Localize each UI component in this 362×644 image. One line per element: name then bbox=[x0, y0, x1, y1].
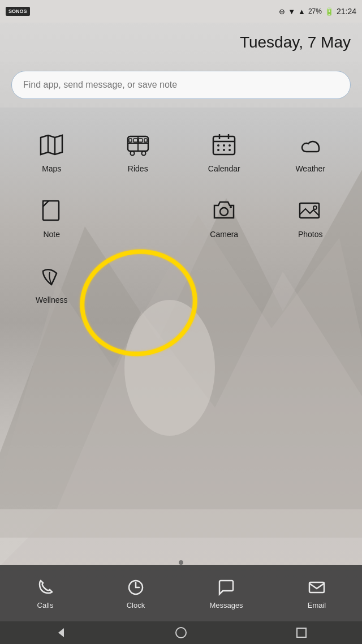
svg-point-22 bbox=[217, 149, 219, 151]
back-button[interactable] bbox=[52, 624, 69, 641]
app-row-1: Maps Rides bbox=[11, 124, 351, 179]
messages-icon bbox=[216, 577, 236, 598]
email-icon bbox=[307, 577, 327, 598]
search-bar[interactable] bbox=[11, 71, 351, 99]
weather-label: Weather bbox=[295, 164, 325, 173]
app-photos[interactable]: Photos bbox=[270, 190, 351, 244]
note-icon bbox=[37, 196, 66, 225]
wifi-icon: ▼ bbox=[288, 7, 295, 16]
sonos-icon: SONOS bbox=[6, 7, 30, 16]
search-input[interactable] bbox=[23, 80, 339, 90]
svg-rect-12 bbox=[139, 139, 143, 142]
battery-icon: 🔋 bbox=[325, 7, 334, 16]
calls-label: Calls bbox=[37, 601, 54, 609]
svg-point-24 bbox=[229, 149, 231, 151]
home-button[interactable] bbox=[173, 624, 189, 641]
nav-calls[interactable]: Calls bbox=[0, 572, 90, 615]
wellness-label: Wellness bbox=[36, 295, 68, 304]
app-maps[interactable]: Maps bbox=[11, 124, 92, 179]
status-left: SONOS bbox=[6, 7, 30, 16]
app-calendar[interactable]: Calendar bbox=[184, 124, 265, 179]
photos-icon bbox=[296, 196, 325, 225]
svg-rect-13 bbox=[129, 139, 132, 142]
page-indicator bbox=[179, 560, 183, 565]
app-slot-empty bbox=[98, 190, 179, 244]
svg-point-20 bbox=[223, 144, 225, 147]
bottom-nav: Calls Clock Messages Email bbox=[0, 565, 362, 621]
status-bar: SONOS ⊖ ▼ ▲ 27% 🔋 21:24 bbox=[0, 0, 362, 23]
wellness-icon bbox=[37, 261, 66, 291]
svg-point-27 bbox=[230, 206, 232, 208]
svg-point-21 bbox=[229, 144, 231, 147]
maps-icon bbox=[37, 130, 66, 160]
svg-point-26 bbox=[220, 208, 228, 216]
app-grid-area: Maps Rides bbox=[0, 108, 362, 310]
app-row-2: Note Camera bbox=[11, 190, 351, 244]
photos-label: Photos bbox=[298, 230, 323, 239]
nav-messages[interactable]: Messages bbox=[181, 572, 272, 615]
calendar-label: Calendar bbox=[208, 164, 240, 173]
messages-label: Messages bbox=[209, 601, 243, 609]
app-camera[interactable]: Camera bbox=[184, 190, 265, 244]
app-row-3: Wellness bbox=[11, 256, 351, 310]
rides-icon bbox=[123, 130, 153, 160]
email-label: Email bbox=[308, 601, 326, 609]
date-bar: Tuesday, 7 May bbox=[0, 23, 362, 62]
svg-rect-14 bbox=[144, 139, 147, 142]
phone-icon bbox=[35, 577, 55, 598]
app-note[interactable]: Note bbox=[11, 190, 92, 244]
svg-point-23 bbox=[223, 149, 225, 151]
svg-point-37 bbox=[176, 628, 186, 638]
clock-icon bbox=[126, 577, 146, 598]
app-rides[interactable]: Rides bbox=[98, 124, 179, 179]
svg-rect-11 bbox=[133, 139, 137, 142]
nav-email[interactable]: Email bbox=[272, 572, 362, 615]
svg-marker-36 bbox=[58, 628, 64, 637]
svg-point-9 bbox=[130, 152, 134, 156]
battery-level: 27% bbox=[308, 7, 322, 15]
maps-label: Maps bbox=[42, 164, 61, 173]
clock-display: 21:24 bbox=[337, 7, 356, 16]
recents-button[interactable] bbox=[293, 624, 310, 641]
svg-rect-38 bbox=[297, 628, 306, 637]
nav-clock[interactable]: Clock bbox=[90, 572, 181, 615]
svg-point-3 bbox=[124, 300, 215, 436]
rides-label: Rides bbox=[128, 164, 148, 173]
camera-label: Camera bbox=[210, 230, 238, 239]
svg-point-19 bbox=[217, 144, 219, 147]
svg-rect-35 bbox=[309, 582, 324, 593]
svg-point-29 bbox=[313, 206, 317, 209]
note-label: Note bbox=[43, 230, 60, 239]
calendar-icon bbox=[209, 130, 239, 160]
status-right: ⊖ ▼ ▲ 27% 🔋 21:24 bbox=[279, 7, 356, 16]
android-nav bbox=[0, 621, 362, 644]
search-container bbox=[0, 62, 362, 108]
weather-icon bbox=[296, 130, 325, 160]
app-wellness[interactable]: Wellness bbox=[11, 256, 92, 310]
app-weather[interactable]: Weather bbox=[270, 124, 351, 179]
signal-icon: ▲ bbox=[298, 7, 305, 16]
svg-rect-28 bbox=[300, 203, 319, 218]
camera-icon bbox=[209, 196, 239, 225]
dnd-icon: ⊖ bbox=[279, 7, 285, 16]
svg-point-10 bbox=[141, 152, 145, 156]
date-display: Tuesday, 7 May bbox=[240, 33, 351, 51]
page-dot-1 bbox=[179, 560, 183, 565]
clock-label: Clock bbox=[127, 601, 145, 609]
